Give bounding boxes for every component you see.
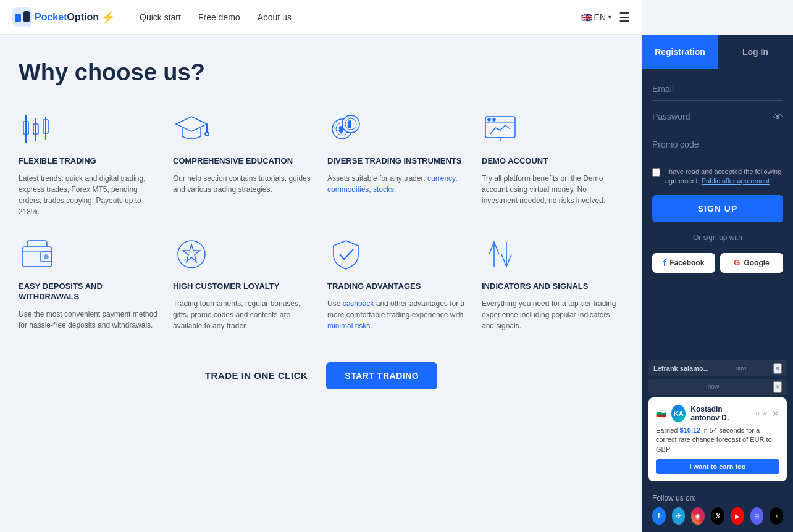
notif-card-body: Earned $10.12 in 54 seconds for a correc… xyxy=(656,426,779,454)
notif-cta-button[interactable]: I want to earn too xyxy=(656,459,779,474)
svg-marker-28 xyxy=(183,244,200,262)
social-icons-row: f ✈ ◉ 𝕏 ▶ ⊞ ♪ xyxy=(652,507,783,525)
feature-indicators-title: INDICATORS AND SIGNALS xyxy=(482,281,624,292)
logo-text: PocketOption xyxy=(35,12,99,23)
feature-education-desc: Our help section contains tutorials, gui… xyxy=(173,173,315,195)
cta-section: TRADE IN ONE CLICK START TRADING xyxy=(19,362,624,389)
feature-flexible-trading: FLEXIBLE TRADING Latest trends: quick an… xyxy=(19,110,161,217)
notif-card-close[interactable]: ✕ xyxy=(772,409,779,418)
email-field[interactable] xyxy=(652,81,783,101)
notif-mini-1-close[interactable]: ✕ xyxy=(773,363,782,374)
follow-section: Follow us on: f ✈ ◉ 𝕏 ▶ ⊞ ♪ xyxy=(642,488,793,532)
password-input[interactable] xyxy=(652,109,783,124)
page-title: Why choose us? xyxy=(19,59,624,86)
feature-deposits-desc: Use the most convenient payment method f… xyxy=(19,309,161,331)
right-sidebar: Registration Log In 👁 I have read and ac… xyxy=(642,35,793,532)
password-field[interactable]: 👁 xyxy=(652,109,783,128)
notif-mini-2-close[interactable]: ✕ xyxy=(773,381,782,393)
terms-link[interactable]: Public offer agreement xyxy=(702,177,770,185)
feature-education: COMPREHENSIVE EDUCATION Our help section… xyxy=(173,110,315,217)
notif-flag: 🇧🇬 xyxy=(656,409,666,418)
nav-quick-start[interactable]: Quick start xyxy=(140,12,181,22)
social-icon-discord[interactable]: ⊞ xyxy=(750,507,764,525)
notification-mini-1: Lefrank salamo... now ✕ xyxy=(648,360,787,376)
svg-point-20 xyxy=(488,118,490,121)
feature-instruments-title: DIVERSE TRADING INSTRUMENTS xyxy=(327,156,469,167)
signup-button[interactable]: SIGN UP xyxy=(652,195,783,222)
password-toggle-icon[interactable]: 👁 xyxy=(773,112,783,123)
social-icon-telegram[interactable]: ✈ xyxy=(672,507,686,525)
notif-mini-2-time: now xyxy=(708,383,719,390)
arrows-updown-icon xyxy=(482,236,519,273)
svg-rect-2 xyxy=(23,11,30,22)
start-trading-button[interactable]: START TRADING xyxy=(326,362,437,389)
notif-mini-1-time: now xyxy=(736,365,747,372)
feature-loyalty-desc: Trading tournaments, regular bonuses, gi… xyxy=(173,298,315,331)
notif-card-header: 🇧🇬 KA Kostadin antonov D. now ✕ xyxy=(656,405,779,422)
notification-mini-2: now ✕ xyxy=(648,379,787,395)
follow-label: Follow us on: xyxy=(652,494,783,502)
promo-field[interactable] xyxy=(652,137,783,156)
svg-rect-1 xyxy=(15,14,21,22)
feature-loyalty: HIGH CUSTOMER LOYALTY Trading tournament… xyxy=(173,236,315,331)
terms-checkbox[interactable] xyxy=(652,168,660,177)
lang-flag: 🇬🇧 xyxy=(581,12,592,22)
chevron-down-icon: ▾ xyxy=(608,14,611,20)
social-icon-youtube[interactable]: ▶ xyxy=(731,507,744,525)
notif-earned-amount: $10.12 xyxy=(680,426,701,434)
email-input[interactable] xyxy=(652,81,783,96)
feature-flexible-trading-desc: Latest trends: quick and digital trading… xyxy=(19,173,161,217)
feature-demo-title: DEMO ACCOUNT xyxy=(482,156,624,167)
feature-demo-account: DEMO ACCOUNT Try all platform benefits o… xyxy=(482,110,624,217)
feature-deposits: EASY DEPOSITS AND WITHDRAWALS Use the mo… xyxy=(19,236,161,331)
coins-icon: $ ₿ xyxy=(327,110,364,148)
notif-user-name: Kostadin antonov D. xyxy=(690,405,750,422)
graduation-icon xyxy=(173,110,210,148)
social-login-buttons: f Facebook G Google xyxy=(652,253,783,273)
feature-loyalty-title: HIGH CUSTOMER LOYALTY xyxy=(173,281,315,292)
svg-point-26 xyxy=(44,255,48,259)
social-icon-facebook[interactable]: f xyxy=(652,507,666,525)
main-content: Why choose us? FLEXIBLE TRADING Latest t xyxy=(0,35,642,532)
features-grid: FLEXIBLE TRADING Latest trends: quick an… xyxy=(19,110,624,331)
main-nav: Quick start Free demo About us xyxy=(140,12,292,22)
wallet-icon xyxy=(19,236,56,273)
logo[interactable]: PocketOption ⚡ xyxy=(12,7,115,27)
feature-demo-desc: Try all platform benefits on the Demo ac… xyxy=(482,173,624,206)
google-label: Google xyxy=(744,259,769,267)
feature-advantages-title: TRADING ADVANTAGES xyxy=(327,281,469,292)
social-icon-instagram[interactable]: ◉ xyxy=(691,507,705,525)
google-login-button[interactable]: G Google xyxy=(720,253,783,273)
candlestick-icon xyxy=(19,110,56,148)
facebook-login-button[interactable]: f Facebook xyxy=(652,253,715,273)
facebook-icon: f xyxy=(663,258,666,268)
social-icon-x[interactable]: 𝕏 xyxy=(711,507,724,525)
social-icon-tiktok[interactable]: ♪ xyxy=(770,507,783,525)
tab-login[interactable]: Log In xyxy=(718,35,793,69)
nav-free-demo[interactable]: Free demo xyxy=(198,12,240,22)
promo-input[interactable] xyxy=(652,137,783,152)
terms-text: I have read and accepted the following a… xyxy=(665,167,783,186)
chart-screen-icon xyxy=(482,110,519,148)
lang-label: EN xyxy=(594,12,606,22)
or-divider: Or sign up with xyxy=(652,233,783,242)
nav-about-us[interactable]: About us xyxy=(258,12,292,22)
feature-indicators-desc: Everything you need for a top-tier tradi… xyxy=(482,298,624,331)
feature-instruments-desc: Assets suitable for any trader: currency… xyxy=(327,173,469,195)
google-icon: G xyxy=(734,258,740,267)
notif-avatar: KA xyxy=(671,405,686,422)
hamburger-menu[interactable]: ☰ xyxy=(619,10,630,25)
feature-education-title: COMPREHENSIVE EDUCATION xyxy=(173,156,315,167)
logo-icon xyxy=(12,7,32,27)
feature-deposits-title: EASY DEPOSITS AND WITHDRAWALS xyxy=(19,281,161,302)
auth-tabs: Registration Log In xyxy=(642,35,793,69)
notification-card: 🇧🇬 KA Kostadin antonov D. now ✕ Earned $… xyxy=(648,397,787,481)
svg-text:₿: ₿ xyxy=(348,121,351,128)
language-selector[interactable]: 🇬🇧 EN ▾ xyxy=(581,12,611,22)
notif-card-time: now xyxy=(756,410,767,417)
shield-check-icon xyxy=(327,236,364,273)
tab-registration[interactable]: Registration xyxy=(642,35,718,69)
feature-advantages-desc: Use cashback and other advantages for a … xyxy=(327,298,469,331)
star-badge-icon xyxy=(173,236,210,273)
facebook-label: Facebook xyxy=(669,259,704,267)
